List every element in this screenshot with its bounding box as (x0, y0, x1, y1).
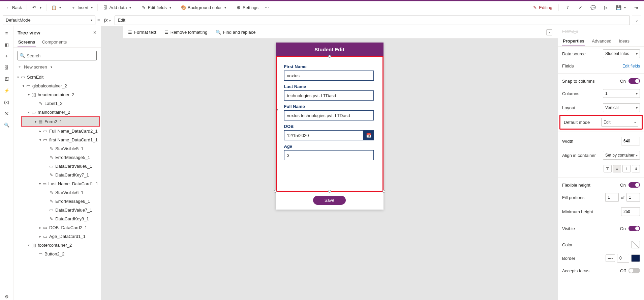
media-rail-icon[interactable]: 🖼 (3, 76, 10, 82)
tree-node-errormessage6[interactable]: ✎ ErrorMessage6_1 (13, 197, 101, 206)
expand-formula-button[interactable]: ⌄ (632, 16, 641, 25)
format-text-button[interactable]: ☰ Format text (128, 30, 156, 35)
more-button[interactable]: ⋯ (262, 4, 272, 11)
chevron-down-icon[interactable]: ▾ (26, 243, 31, 247)
settings-button[interactable]: ⚙ Settings (233, 4, 261, 12)
tab-screens[interactable]: Screens (18, 37, 36, 47)
bg-color-button[interactable]: 🎨 Background color ▾ (178, 4, 229, 12)
edit-fields-link[interactable]: Edit fields (622, 64, 640, 69)
tree-node-footercontainer[interactable]: ▾ ▯▯ footercontainer_2 (13, 241, 101, 249)
full-name-input[interactable]: voxtus technologies pvt. LTDasd (284, 110, 374, 120)
data-source-dropdown[interactable]: Student Infos▾ (603, 49, 640, 58)
border-color-swatch[interactable] (631, 254, 640, 262)
chevron-right-icon[interactable]: ▸ (38, 235, 42, 238)
chevron-down-icon[interactable]: ▾ (38, 138, 42, 142)
align-top-button[interactable]: ⊤ (604, 165, 612, 172)
expand-canvas-toolbar-button[interactable]: › (546, 29, 552, 35)
checker-button[interactable]: ✓ (575, 4, 586, 12)
tree-node-starvisible6[interactable]: ✎ StarVisible6_1 (13, 188, 101, 197)
width-input[interactable] (621, 137, 640, 145)
min-height-input[interactable] (621, 207, 640, 216)
tree-node-datacardkey8[interactable]: ✎ DataCardKey8_1 (13, 214, 101, 223)
property-dropdown[interactable]: DefaultMode ▾ (3, 16, 95, 25)
tree-node-maincontainer[interactable]: ▾ ▭ maincontainer_2 (13, 108, 101, 116)
fill-portions-total-input[interactable] (626, 193, 640, 202)
tree-node-form2[interactable]: ▾ ▤ Form2_1 (22, 117, 99, 126)
tree-node-errormessage5[interactable]: ✎ ErrorMessage5_1 (13, 153, 101, 162)
search-rail-icon[interactable]: 🔍 (3, 121, 10, 128)
last-name-input[interactable]: technologies pvt. LTDasd (284, 90, 374, 101)
save-button[interactable]: Save (313, 196, 346, 205)
publish-button[interactable]: ⇥ (631, 4, 641, 12)
columns-dropdown[interactable]: 1▾ (603, 89, 640, 98)
editing-indicator[interactable]: ✎ Editing (529, 4, 555, 12)
color-swatch[interactable] (631, 241, 640, 248)
tree-node-firstname-card[interactable]: ▾ ▭ first Name_DataCard1_1 (13, 135, 101, 144)
selection-handle[interactable] (328, 190, 331, 193)
border-width-input[interactable] (617, 254, 629, 263)
back-button[interactable]: ← Back (3, 4, 25, 12)
chevron-down-icon[interactable]: ▾ (38, 182, 42, 186)
border-style-dropdown[interactable]: ━▾ (606, 254, 615, 262)
visible-toggle[interactable] (628, 226, 640, 231)
find-replace-button[interactable]: 🔍 Find and replace (216, 30, 256, 35)
tree-node-button2[interactable]: ▭ Button2_2 (13, 249, 101, 258)
selection-handle[interactable] (382, 190, 385, 193)
form-selection[interactable]: First Name voxtus Last Name technologies… (276, 56, 384, 192)
close-icon[interactable]: ✕ (93, 30, 97, 35)
comments-button[interactable]: 💬 (588, 4, 599, 12)
tree-node-globalcontainer[interactable]: ▾ ▭ globalcontainer_2 (13, 81, 101, 90)
layout-dropdown[interactable]: Vertical▾ (603, 103, 640, 112)
dob-input[interactable]: 12/15/2020 (284, 130, 364, 140)
chevron-right-icon[interactable]: ▸ (38, 129, 42, 133)
flows-rail-icon[interactable]: ⚡ (3, 87, 10, 94)
preview-button[interactable]: ▷ (601, 4, 611, 12)
tree-node-lastname-card[interactable]: ▾ ▭ Last Name_DataCard1_1 (13, 179, 101, 188)
tab-components[interactable]: Components (41, 37, 68, 47)
hamburger-icon[interactable]: ≡ (3, 30, 10, 36)
default-mode-dropdown[interactable]: Edit▾ (601, 118, 638, 127)
chevron-down-icon[interactable]: ▾ (21, 84, 26, 88)
tab-advanced[interactable]: Advanced (591, 36, 612, 46)
chevron-down-icon[interactable]: ▾ (26, 93, 31, 97)
align-center-button[interactable]: ≡ (613, 165, 621, 172)
variables-rail-icon[interactable]: (x) (3, 99, 10, 105)
tab-ideas[interactable]: Ideas (618, 36, 630, 46)
snap-toggle[interactable] (628, 78, 640, 84)
age-input[interactable]: 3 (284, 150, 374, 160)
calendar-button[interactable]: 📅 (364, 130, 374, 140)
tree-node-datacardkey7[interactable]: ✎ DataCardKey7_1 (13, 170, 101, 179)
tree-view-icon[interactable]: ◧ (3, 41, 10, 48)
align-bottom-button[interactable]: ⊥ (622, 165, 631, 172)
chevron-down-icon[interactable]: ▾ (16, 75, 20, 79)
tree-node-headercontainer[interactable]: ▾ ▯▯ headercontainer_2 (13, 90, 101, 99)
tree-node-label1[interactable]: ✎ Label1_2 (13, 99, 101, 108)
insert-button[interactable]: ＋ Insert ▾ (68, 4, 96, 12)
edit-fields-button[interactable]: ✎ Edit fields ▾ (138, 4, 174, 12)
chevron-down-icon[interactable]: ▾ (26, 110, 31, 114)
paste-button[interactable]: 📋▾ (49, 4, 64, 12)
accepts-focus-toggle[interactable] (628, 268, 640, 273)
remove-formatting-button[interactable]: ☰ Remove formatting (164, 30, 208, 35)
tree-node-starvisible5[interactable]: ✎ StarVisible5_1 (13, 144, 101, 153)
advanced-rail-icon[interactable]: 🛠 (3, 110, 10, 117)
chevron-right-icon[interactable]: ▸ (38, 226, 42, 229)
first-name-input[interactable]: voxtus (284, 71, 374, 81)
chevron-down-icon[interactable]: ▾ (33, 120, 38, 124)
tree-node-age-card[interactable]: ▸ ▭ Age_DataCard1_1 (13, 232, 101, 241)
tree-node-fullname-card[interactable]: ▸ ▭ Full Name_DataCard2_1 (13, 127, 101, 135)
tree-node-dob-card[interactable]: ▸ ▭ DOB_DataCard2_1 (13, 223, 101, 232)
tree-node-datacardvalue6[interactable]: ▭ DataCardValue6_1 (13, 162, 101, 170)
selection-handle[interactable] (328, 55, 331, 58)
canvas[interactable]: ☰ Format text ☰ Remove formatting 🔍 Find… (101, 26, 558, 300)
data-rail-icon[interactable]: 🗄 (3, 64, 10, 71)
flex-height-toggle[interactable] (628, 182, 640, 188)
selection-handle[interactable] (274, 190, 277, 193)
undo-button[interactable]: ↶▾ (29, 4, 44, 12)
formula-input[interactable]: Edit (115, 16, 630, 25)
fill-portions-input[interactable] (605, 193, 619, 202)
add-data-button[interactable]: 🗄 Add data ▾ (100, 4, 134, 12)
tab-properties[interactable]: Properties (562, 36, 585, 46)
align-stretch-button[interactable]: ⇕ (632, 165, 640, 172)
align-dropdown[interactable]: Set by container▾ (603, 151, 640, 160)
